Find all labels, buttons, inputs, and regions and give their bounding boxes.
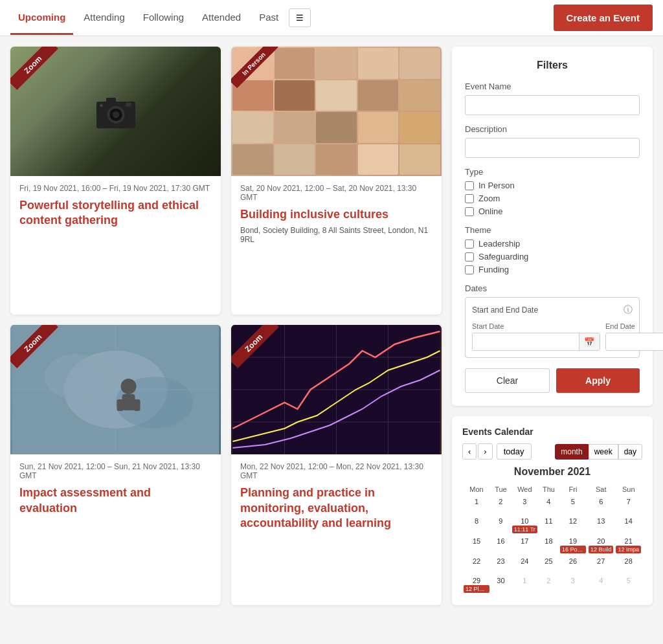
cal-day-1[interactable]: 1	[462, 496, 491, 515]
tab-upcoming[interactable]: Upcoming	[10, 1, 73, 35]
nav-bar: Upcoming Attending Following Attended Pa…	[0, 0, 663, 36]
calendar-week-1: 1 2 3 4 5 6 7	[462, 496, 642, 515]
calendar-prev-button[interactable]: ‹	[462, 443, 477, 460]
cal-day-17[interactable]: 17	[511, 535, 539, 555]
cal-day-11[interactable]: 11	[539, 515, 559, 535]
nav-tabs: Upcoming Attending Following Attended Pa…	[10, 1, 311, 35]
cal-event-chip-10[interactable]: 11:11 Tr	[512, 526, 537, 533]
cal-day-3[interactable]: 3	[511, 496, 539, 515]
dates-row: Start Date 📅 End Date	[472, 322, 633, 351]
cal-day-dec1[interactable]: 1	[511, 575, 539, 595]
cal-day-6[interactable]: 6	[587, 496, 615, 515]
cal-day-7[interactable]: 7	[614, 496, 642, 515]
theme-leadership-item[interactable]: Leadership	[465, 239, 640, 249]
cal-day-dec3[interactable]: 3	[559, 575, 587, 595]
cal-day-15[interactable]: 15	[462, 535, 491, 555]
cal-day-14[interactable]: 14	[614, 515, 642, 535]
event-title-2[interactable]: Building inclusive cultures	[240, 207, 433, 222]
description-input[interactable]	[465, 138, 640, 158]
event-name-input[interactable]	[465, 95, 640, 115]
cal-event-chip-20[interactable]: 12 Build	[589, 546, 614, 553]
type-online-checkbox[interactable]	[465, 207, 474, 216]
event-card-1[interactable]: Zoom Fri, 19 Nov 2021, 16:00 – Fri, 19 N…	[10, 47, 221, 315]
svg-point-3	[112, 111, 119, 118]
filter-group-description: Description	[465, 124, 640, 158]
clear-button[interactable]: Clear	[465, 368, 550, 393]
cal-event-chip-19[interactable]: 16 Powe	[560, 546, 586, 553]
filters-panel: Filters Event Name Description Type In P…	[452, 47, 653, 406]
create-event-button[interactable]: Create an Event	[554, 5, 653, 31]
apply-button[interactable]: Apply	[556, 368, 640, 393]
tab-attended[interactable]: Attended	[194, 1, 249, 35]
cal-day-22[interactable]: 22	[462, 555, 491, 575]
event-card-4[interactable]: Zoom Mon, 22 Nov 2021, 12:00 – Mon, 22 N…	[231, 325, 442, 605]
cal-day-23[interactable]: 23	[491, 555, 511, 575]
cal-header-fri: Fri	[559, 483, 587, 496]
cal-day-21[interactable]: 2112 Impa	[614, 535, 642, 555]
cal-day-26[interactable]: 26	[559, 555, 587, 575]
cal-day-24[interactable]: 24	[511, 555, 539, 575]
cal-day-2[interactable]: 2	[491, 496, 511, 515]
event-date-1: Fri, 19 Nov 2021, 16:00 – Fri, 19 Nov 20…	[19, 184, 212, 193]
svg-rect-5	[126, 103, 131, 107]
cal-day-13[interactable]: 13	[587, 515, 615, 535]
cal-day-4[interactable]: 4	[539, 496, 559, 515]
end-date-label: End Date	[605, 322, 663, 330]
calendar-today-button[interactable]: today	[497, 443, 532, 460]
cal-day-18[interactable]: 18	[539, 535, 559, 555]
cal-event-chip-21[interactable]: 12 Impa	[616, 546, 641, 553]
cal-day-dec2[interactable]: 2	[539, 575, 559, 595]
type-zoom-checkbox[interactable]	[465, 194, 474, 203]
start-date-input[interactable]	[473, 333, 579, 350]
info-icon: ⓘ	[624, 304, 633, 316]
hamburger-button[interactable]: ☰	[289, 8, 311, 27]
theme-leadership-checkbox[interactable]	[465, 239, 474, 249]
cal-day-5[interactable]: 5	[559, 496, 587, 515]
calendar-day-view-button[interactable]: day	[618, 444, 642, 460]
cal-day-12[interactable]: 12	[559, 515, 587, 535]
cal-header-wed: Wed	[511, 483, 539, 496]
theme-label: Theme	[465, 225, 640, 235]
end-date-input[interactable]	[606, 333, 663, 350]
calendar-next-button[interactable]: ›	[478, 443, 492, 460]
tab-attending[interactable]: Attending	[76, 1, 132, 35]
cal-day-27[interactable]: 27	[587, 555, 615, 575]
type-online-item[interactable]: Online	[465, 206, 640, 216]
cal-day-29[interactable]: 2912 Plann	[462, 575, 491, 595]
calendar-week-view-button[interactable]: week	[589, 444, 618, 460]
event-title-1[interactable]: Powerful storytelling and ethical conten…	[19, 198, 212, 228]
type-inperson-checkbox[interactable]	[465, 181, 474, 190]
event-title-4[interactable]: Planning and practice in monitoring, eva…	[240, 485, 433, 531]
theme-safeguarding-checkbox[interactable]	[465, 252, 474, 261]
cal-day-dec4[interactable]: 4	[587, 575, 615, 595]
type-zoom-item[interactable]: Zoom	[465, 194, 640, 203]
cal-event-chip-29[interactable]: 12 Plann	[464, 585, 489, 593]
event-card-3[interactable]: Zoom Sun, 21 Nov 2021, 12:00 – Sun, 21 N…	[10, 325, 221, 605]
cal-day-10[interactable]: 1011:11 Tr	[511, 515, 539, 535]
theme-funding-item[interactable]: Funding	[465, 265, 640, 274]
start-date-calendar-button[interactable]: 📅	[579, 333, 600, 350]
cal-day-16[interactable]: 16	[491, 535, 511, 555]
type-zoom-label: Zoom	[478, 194, 500, 203]
events-calendar-title: Events Calendar	[462, 427, 642, 437]
event-badge-wrap-3: Zoom	[10, 325, 62, 377]
cal-day-19[interactable]: 1916 Powe	[559, 535, 587, 555]
theme-safeguarding-item[interactable]: Safeguarding	[465, 252, 640, 261]
description-label: Description	[465, 124, 640, 134]
cal-day-9[interactable]: 9	[491, 515, 511, 535]
event-badge-inperson-2: In Person	[231, 47, 278, 88]
cal-day-8[interactable]: 8	[462, 515, 491, 535]
calendar-grid: Mon Tue Wed Thu Fri Sat Sun 1 2 3	[462, 483, 642, 595]
cal-day-28[interactable]: 28	[614, 555, 642, 575]
tab-past[interactable]: Past	[251, 1, 286, 35]
cal-day-dec5[interactable]: 5	[614, 575, 642, 595]
event-title-3[interactable]: Impact assessment and evaluation	[19, 485, 212, 516]
event-card-2[interactable]: In Person Sat, 20 Nov 2021, 12:00 – Sat,…	[231, 47, 442, 315]
calendar-month-view-button[interactable]: month	[555, 444, 588, 460]
cal-day-30[interactable]: 30	[491, 575, 511, 595]
cal-day-20[interactable]: 2012 Build	[587, 535, 615, 555]
tab-following[interactable]: Following	[135, 1, 192, 35]
type-inperson-item[interactable]: In Person	[465, 181, 640, 190]
cal-day-25[interactable]: 25	[539, 555, 559, 575]
theme-funding-checkbox[interactable]	[465, 265, 474, 274]
